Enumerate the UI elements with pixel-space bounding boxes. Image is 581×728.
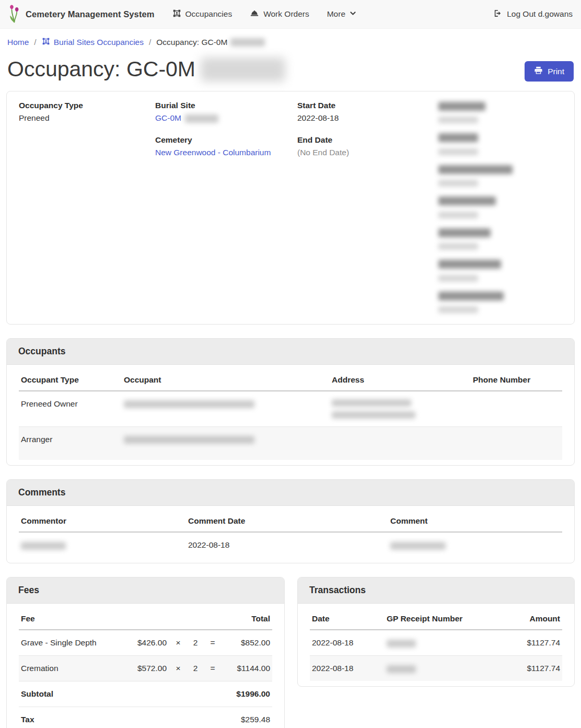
cemetery-field: Cemetery New Greenwood - Columbarium — [155, 135, 297, 157]
table-header-row: Occupant Type Occupant Address Phone Num… — [19, 368, 562, 391]
address-cell — [330, 426, 471, 460]
column-header: Occupant — [122, 368, 330, 391]
column-header: Commentor — [19, 509, 186, 532]
page-title: Occupancy: GC-0M — [7, 57, 285, 82]
nav-item-more[interactable]: More — [327, 9, 356, 19]
occupancies-monument-icon — [172, 9, 181, 20]
logout-label: Log Out d.gowans — [507, 9, 573, 19]
column-header: Amount — [499, 607, 562, 630]
column-header: Date — [310, 607, 385, 630]
breadcrumb-occupancies-link[interactable]: Burial Sites Occupancies — [42, 37, 144, 48]
breadcrumb-current-label: Occupancy: GC-0M — [156, 38, 227, 47]
end-date-field: End Date (No End Date) — [297, 135, 438, 157]
redacted-text — [185, 114, 218, 123]
transactions-section-title: Transactions — [298, 577, 574, 604]
app-brand[interactable]: Cemetery Management System — [8, 4, 155, 25]
table-row: Preneed Owner — [19, 391, 562, 427]
details-column-2: Burial Site GC-0M Cemetery New Greenwood… — [155, 101, 297, 314]
print-button[interactable]: Print — [525, 61, 574, 82]
transactions-table: Date GP Receipt Number Amount 2022-08-18… — [310, 607, 562, 681]
details-column-4-redacted — [438, 101, 574, 314]
logout-button[interactable]: Log Out d.gowans — [493, 9, 573, 20]
breadcrumb-current: Occupancy: GC-0M — [156, 38, 265, 47]
field-label: End Date — [297, 135, 438, 145]
fee-name-cell: Cremation — [19, 656, 121, 681]
fee-qty-cell: 2 — [188, 656, 203, 681]
hard-hat-icon — [250, 8, 259, 20]
gp-receipt-cell — [385, 656, 499, 681]
start-date-field: Start Date 2022-08-18 — [297, 101, 438, 123]
occupant-cell — [122, 391, 330, 427]
commentor-cell — [19, 532, 186, 558]
column-header: Total — [222, 607, 272, 630]
fee-unit-cell: $572.00 — [121, 656, 169, 681]
transaction-date-cell: 2022-08-18 — [310, 656, 385, 681]
table-row: 2022-08-18 — [19, 532, 562, 558]
occupancy-type-field: Occupancy Type Preneed — [19, 101, 155, 123]
comments-table: Commentor Comment Date Comment 2022-08-1… — [19, 509, 562, 558]
column-header: GP Receipt Number — [385, 607, 499, 630]
subtotal-row: Subtotal $1996.00 — [19, 681, 272, 707]
table-header-row: Fee Total — [19, 607, 272, 630]
transaction-row: 2022-08-18 $1127.74 — [310, 630, 562, 656]
comment-date-cell: 2022-08-18 — [186, 532, 388, 558]
transaction-amount-cell: $1127.74 — [499, 630, 562, 656]
column-header: Comment Date — [186, 509, 388, 532]
summary-value: $259.48 — [121, 707, 272, 728]
table-header-row: Commentor Comment Date Comment — [19, 509, 562, 532]
phone-cell — [471, 426, 562, 460]
burial-site-field: Burial Site GC-0M — [155, 101, 297, 123]
fee-total-cell: $852.00 — [222, 630, 272, 656]
details-column-1: Occupancy Type Preneed — [19, 101, 155, 314]
redacted-field — [438, 227, 574, 250]
chevron-down-icon — [350, 9, 356, 19]
fee-times-cell: × — [169, 656, 188, 681]
field-value: (No End Date) — [297, 148, 438, 157]
address-cell — [330, 391, 471, 427]
occupants-section-title: Occupants — [7, 339, 574, 365]
occupant-type-cell: Arranger — [19, 426, 122, 460]
redacted-text — [230, 38, 265, 47]
top-navbar: Cemetery Management System Occupancies — [0, 0, 581, 29]
fees-card: Fees Fee Total Grave - Single Depth $426… — [6, 577, 285, 728]
comments-card: Comments Commentor Comment Date Comment … — [6, 479, 575, 563]
nav-item-work-orders[interactable]: Work Orders — [250, 8, 309, 20]
redacted-field — [438, 196, 574, 219]
field-value: 2022-08-18 — [297, 113, 438, 123]
comments-section-title: Comments — [7, 480, 574, 506]
nav-item-label: Work Orders — [263, 9, 309, 19]
occupant-cell — [122, 426, 330, 460]
logout-icon — [493, 9, 502, 20]
redacted-field — [438, 164, 574, 187]
page-header: Occupancy: GC-0M Print — [0, 53, 581, 91]
occupants-table: Occupant Type Occupant Address Phone Num… — [19, 368, 562, 460]
field-label: Cemetery — [155, 135, 297, 145]
nav-item-occupancies[interactable]: Occupancies — [172, 9, 233, 20]
monument-icon — [42, 37, 50, 48]
transaction-date-cell: 2022-08-18 — [310, 630, 385, 656]
redacted-text — [201, 57, 285, 82]
occupancy-details-card: Occupancy Type Preneed Burial Site GC-0M… — [6, 91, 575, 325]
breadcrumb-separator: / — [149, 38, 151, 47]
field-value: GC-0M — [155, 113, 297, 123]
fee-times-cell: × — [169, 630, 188, 656]
column-header: Occupant Type — [19, 368, 122, 391]
fee-equals-cell: = — [203, 630, 222, 656]
transaction-amount-cell: $1127.74 — [499, 656, 562, 681]
burial-site-link[interactable]: GC-0M — [155, 113, 181, 122]
table-row: Arranger — [19, 426, 562, 460]
fee-name-cell: Grave - Single Depth — [19, 630, 121, 656]
column-header: Address — [330, 368, 471, 391]
summary-label: Subtotal — [19, 681, 121, 707]
fee-unit-cell: $426.00 — [121, 630, 169, 656]
cemetery-link[interactable]: New Greenwood - Columbarium — [155, 148, 271, 157]
printer-icon — [534, 66, 543, 77]
nav-item-label: More — [327, 9, 345, 19]
fees-table: Fee Total Grave - Single Depth $426.00 ×… — [19, 607, 272, 728]
breadcrumb-home-link[interactable]: Home — [7, 38, 29, 47]
breadcrumb: Home / Burial Sites Occupancies / Occupa… — [0, 29, 581, 53]
redacted-field — [438, 101, 574, 124]
redacted-field — [438, 259, 574, 282]
field-value: Preneed — [19, 113, 155, 123]
print-button-label: Print — [548, 67, 564, 76]
